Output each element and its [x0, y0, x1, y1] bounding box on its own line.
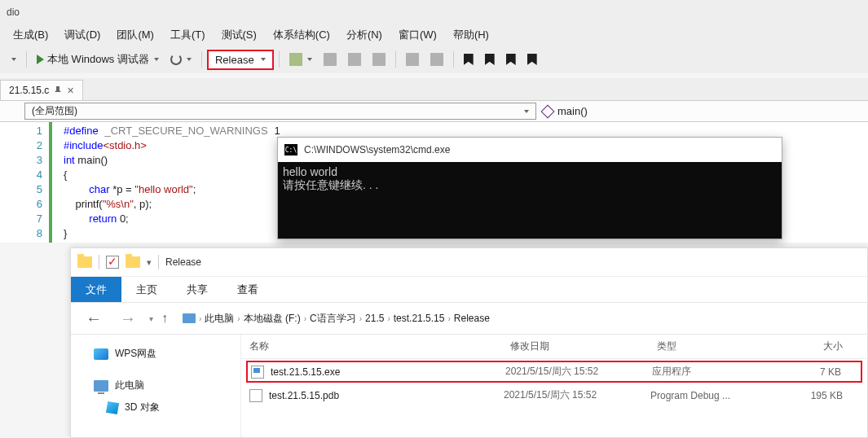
file-explorer: ▾ Release 文件 主页 共享 查看 ← → ▾ ↑ › 此电脑› 本地磁…: [70, 247, 868, 438]
navigation-pane: WPS网盘 此电脑 3D 对象: [71, 335, 240, 437]
build-config-selector[interactable]: Release: [207, 50, 274, 70]
cmd-icon: C:\: [284, 144, 297, 155]
function-label: main(): [557, 105, 588, 117]
refresh-icon: [170, 54, 182, 65]
dropdown-icon: [154, 58, 159, 61]
ribbon-tab-view[interactable]: 查看: [223, 277, 273, 302]
menu-help[interactable]: 帮助(H): [445, 24, 497, 46]
cmd-output: hello world 请按任意键继续. . .: [278, 162, 782, 239]
menu-window[interactable]: 窗口(W): [390, 24, 445, 46]
toolbar-icon-1[interactable]: [284, 50, 317, 69]
dropdown-icon: [261, 58, 266, 61]
function-selector[interactable]: main(): [536, 101, 594, 121]
separator: [395, 51, 396, 68]
breadcrumb-item[interactable]: 21.5: [365, 313, 384, 324]
explorer-titlebar[interactable]: ▾ Release: [71, 248, 867, 276]
menu-analyze[interactable]: 分析(N): [338, 24, 390, 46]
separator: [201, 51, 202, 68]
menubar: 生成(B) 调试(D) 团队(M) 工具(T) 测试(S) 体系结构(C) 分析…: [0, 24, 868, 46]
separator: [158, 255, 159, 269]
document-tab[interactable]: 21.5.15.c ✕: [0, 80, 83, 100]
tab-filename: 21.5.15.c: [9, 85, 49, 96]
breadcrumb-item[interactable]: Release: [454, 313, 490, 324]
menu-debug[interactable]: 调试(D): [56, 24, 108, 46]
column-headers[interactable]: 名称 修改日期 类型 大小: [241, 335, 867, 359]
cube-icon: [106, 401, 119, 414]
code-content[interactable]: #define _CRT_SECURE_NO_WARNINGS 1 #inclu…: [52, 122, 280, 243]
toolbar: 本地 Windows 调试器 Release: [0, 46, 868, 73]
cube-icon: [541, 104, 555, 118]
separator: [26, 51, 27, 68]
toolbar-icon-2[interactable]: [319, 50, 341, 69]
breadcrumb-item[interactable]: test.21.5.15: [394, 313, 445, 324]
debugger-label: 本地 Windows 调试器: [47, 52, 149, 67]
menu-architecture[interactable]: 体系结构(C): [265, 24, 338, 46]
bookmark-3[interactable]: [501, 50, 521, 68]
toolbar-icon-3[interactable]: [343, 50, 366, 69]
col-size[interactable]: 大小: [771, 339, 859, 353]
bookmark-icon: [485, 54, 495, 65]
refresh-button[interactable]: [165, 50, 196, 68]
overflow-icon[interactable]: ▾: [147, 257, 152, 268]
back-button[interactable]: ←: [81, 309, 107, 328]
nav-wps[interactable]: WPS网盘: [71, 343, 240, 365]
bookmark-icon: [506, 54, 516, 65]
forward-button[interactable]: →: [115, 309, 141, 328]
folder-icon: [77, 256, 92, 268]
ribbon-tab-share[interactable]: 共享: [172, 277, 223, 302]
bookmark-icon: [464, 54, 474, 65]
menu-test[interactable]: 测试(S): [214, 24, 265, 46]
ribbon-tab-home[interactable]: 主页: [121, 277, 172, 302]
ribbon-tab-file[interactable]: 文件: [71, 277, 121, 302]
pc-icon: [183, 313, 196, 323]
config-label: Release: [215, 54, 254, 66]
history-dropdown[interactable]: ▾: [149, 314, 153, 323]
up-button[interactable]: ↑: [161, 311, 168, 326]
cmd-window[interactable]: C:\ C:\WINDOWS\system32\cmd.exe hello wo…: [277, 137, 782, 239]
nav-this-pc[interactable]: 此电脑: [71, 374, 240, 396]
col-name[interactable]: 名称: [249, 339, 510, 353]
file-row-pdb[interactable]: test.21.5.15.pdb 2021/5/15/周六 15:52 Prog…: [241, 384, 867, 406]
breadcrumb-item[interactable]: 此电脑: [205, 312, 234, 326]
scope-label: (全局范围): [32, 104, 77, 118]
explorer-body: WPS网盘 此电脑 3D 对象 名称 修改日期 类型 大小 test.21.5.…: [71, 335, 867, 437]
file-list: 名称 修改日期 类型 大小 test.21.5.15.exe 2021/5/15…: [240, 335, 867, 437]
titlebar-text: dio: [7, 7, 20, 18]
toolbar-icon-5[interactable]: [401, 50, 424, 69]
start-debugger-button[interactable]: 本地 Windows 调试器: [32, 49, 164, 70]
dropdown-icon: [524, 110, 529, 113]
bookmark-1[interactable]: [459, 50, 478, 68]
checkbox-icon[interactable]: [106, 256, 119, 269]
pc-icon: [94, 380, 108, 392]
play-icon: [37, 55, 44, 64]
cmd-titlebar[interactable]: C:\ C:\WINDOWS\system32\cmd.exe: [278, 138, 782, 162]
breadcrumb[interactable]: › 此电脑› 本地磁盘 (F:)› C语言学习› 21.5› test.21.5…: [176, 309, 857, 329]
separator: [453, 51, 454, 68]
bookmark-icon: [527, 54, 537, 65]
vs-titlebar: dio: [0, 0, 868, 24]
menu-team[interactable]: 团队(M): [108, 24, 162, 46]
scope-selector[interactable]: (全局范围): [24, 103, 536, 120]
toolbar-icon-6[interactable]: [425, 50, 448, 69]
breadcrumb-item[interactable]: C语言学习: [310, 312, 356, 326]
menu-build[interactable]: 生成(B): [5, 24, 56, 46]
document-tabs: 21.5.15.c ✕: [0, 78, 868, 101]
folder-icon: [126, 256, 140, 268]
bookmark-2[interactable]: [480, 50, 500, 68]
toolbar-icon-4[interactable]: [368, 50, 390, 69]
toolbar-dropdown[interactable]: [5, 55, 21, 64]
scope-bar: (全局范围) main(): [0, 101, 868, 122]
menu-tools[interactable]: 工具(T): [162, 24, 214, 46]
nav-3d-objects[interactable]: 3D 对象: [71, 396, 240, 418]
col-type[interactable]: 类型: [657, 339, 771, 353]
line-gutter: 1 2 3 4 5 6 7 8: [0, 122, 49, 243]
pin-icon[interactable]: [54, 86, 62, 94]
address-bar: ← → ▾ ↑ › 此电脑› 本地磁盘 (F:)› C语言学习› 21.5› t…: [71, 302, 867, 335]
col-date[interactable]: 修改日期: [510, 339, 657, 353]
pdb-icon: [249, 389, 262, 402]
cmd-title-text: C:\WINDOWS\system32\cmd.exe: [304, 144, 450, 155]
file-row-exe[interactable]: test.21.5.15.exe 2021/5/15/周六 15:52 应用程序…: [246, 361, 862, 383]
bookmark-4[interactable]: [522, 50, 542, 68]
close-icon[interactable]: ✕: [67, 85, 74, 96]
breadcrumb-item[interactable]: 本地磁盘 (F:): [244, 312, 301, 326]
